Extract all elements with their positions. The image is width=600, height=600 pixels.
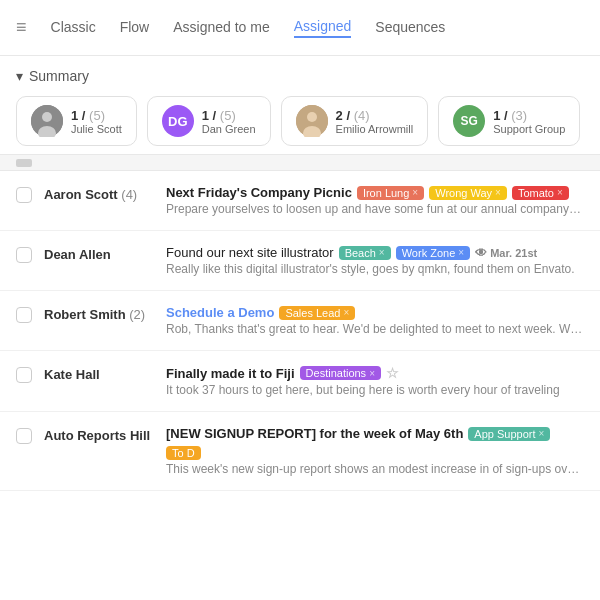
nav-assigned[interactable]: Assigned bbox=[294, 18, 352, 38]
row-content: Found our next site illustrator Beach× W… bbox=[166, 245, 584, 276]
tag-wrong-way[interactable]: Wrong Way× bbox=[429, 186, 507, 200]
summary-section: ▾ Summary 1 / (5) Julie Scott DG 1 / (5) bbox=[0, 56, 600, 155]
tag-app-support[interactable]: App Support× bbox=[468, 427, 550, 441]
card-count-support: 1 / (3) bbox=[493, 108, 565, 123]
tag-extra[interactable]: To D bbox=[166, 446, 201, 460]
tag-beach[interactable]: Beach× bbox=[339, 246, 391, 260]
card-name-support: Support Group bbox=[493, 123, 565, 135]
list-header-indicator bbox=[16, 159, 32, 167]
row-preview: It took 37 hours to get here, but being … bbox=[166, 383, 584, 397]
row-sender: Aaron Scott (4) bbox=[44, 185, 154, 202]
summary-header[interactable]: ▾ Summary bbox=[16, 68, 584, 84]
row-subject: Finally made it to Fiji Destinations× ☆ bbox=[166, 365, 584, 381]
date-badge: 👁 Mar. 21st bbox=[475, 246, 537, 260]
svg-point-4 bbox=[307, 112, 317, 122]
summary-card-dan[interactable]: DG 1 / (5) Dan Green bbox=[147, 96, 271, 146]
row-subject: Schedule a Demo Sales Lead× bbox=[166, 305, 584, 320]
row-count: (2) bbox=[129, 307, 145, 322]
card-count-emilio: 2 / (4) bbox=[336, 108, 414, 123]
row-preview: Really like this digital illustrator's s… bbox=[166, 262, 584, 276]
list-item[interactable]: Aaron Scott (4) Next Friday's Company Pi… bbox=[0, 171, 600, 231]
summary-card-julie[interactable]: 1 / (5) Julie Scott bbox=[16, 96, 137, 146]
nav-assigned-to-me[interactable]: Assigned to me bbox=[173, 19, 270, 37]
card-info-support: 1 / (3) Support Group bbox=[493, 108, 565, 135]
card-name-dan: Dan Green bbox=[202, 123, 256, 135]
list-item[interactable]: Auto Reports Hill [NEW SIGNUP REPORT] fo… bbox=[0, 412, 600, 491]
star-icon[interactable]: ☆ bbox=[386, 365, 399, 381]
avatar-dan: DG bbox=[162, 105, 194, 137]
row-sender: Dean Allen bbox=[44, 245, 154, 262]
summary-card-emilio[interactable]: 2 / (4) Emilio Arrowmill bbox=[281, 96, 429, 146]
nav-sequences[interactable]: Sequences bbox=[375, 19, 445, 37]
row-sender: Robert Smith (2) bbox=[44, 305, 154, 322]
tag-work-zone[interactable]: Work Zone× bbox=[396, 246, 470, 260]
card-count-julie: 1 / (5) bbox=[71, 108, 122, 123]
card-info-emilio: 2 / (4) Emilio Arrowmill bbox=[336, 108, 414, 135]
top-navigation: ≡ Classic Flow Assigned to me Assigned S… bbox=[0, 0, 600, 56]
card-name-emilio: Emilio Arrowmill bbox=[336, 123, 414, 135]
card-info-julie: 1 / (5) Julie Scott bbox=[71, 108, 122, 135]
row-checkbox[interactable] bbox=[16, 187, 32, 203]
summary-label: Summary bbox=[29, 68, 89, 84]
summary-card-support[interactable]: SG 1 / (3) Support Group bbox=[438, 96, 580, 146]
row-sender: Kate Hall bbox=[44, 365, 154, 382]
row-preview: Rob, Thanks that's great to hear. We'd b… bbox=[166, 322, 584, 336]
tag-tomato[interactable]: Tomato× bbox=[512, 186, 569, 200]
tag-destinations[interactable]: Destinations× bbox=[300, 366, 381, 380]
row-subject: [NEW SIGNUP REPORT] for the week of May … bbox=[166, 426, 584, 460]
row-preview: This week's new sign-up report shows an … bbox=[166, 462, 584, 476]
row-content: Schedule a Demo Sales Lead× Rob, Thanks … bbox=[166, 305, 584, 336]
row-checkbox[interactable] bbox=[16, 428, 32, 444]
email-list: Aaron Scott (4) Next Friday's Company Pi… bbox=[0, 171, 600, 600]
svg-point-1 bbox=[42, 112, 52, 122]
row-count: (4) bbox=[121, 187, 137, 202]
summary-cards: 1 / (5) Julie Scott DG 1 / (5) Dan Green bbox=[16, 96, 584, 146]
list-item[interactable]: Kate Hall Finally made it to Fiji Destin… bbox=[0, 351, 600, 412]
row-content: [NEW SIGNUP REPORT] for the week of May … bbox=[166, 426, 584, 476]
nav-classic[interactable]: Classic bbox=[51, 19, 96, 37]
row-subject: Found our next site illustrator Beach× W… bbox=[166, 245, 584, 260]
row-content: Finally made it to Fiji Destinations× ☆ … bbox=[166, 365, 584, 397]
card-info-dan: 1 / (5) Dan Green bbox=[202, 108, 256, 135]
row-content: Next Friday's Company Picnic Iron Lung× … bbox=[166, 185, 584, 216]
row-checkbox[interactable] bbox=[16, 367, 32, 383]
row-sender: Auto Reports Hill bbox=[44, 426, 154, 443]
nav-flow[interactable]: Flow bbox=[120, 19, 150, 37]
tag-sales-lead[interactable]: Sales Lead× bbox=[279, 306, 355, 320]
card-count-dan: 1 / (5) bbox=[202, 108, 256, 123]
avatar-julie bbox=[31, 105, 63, 137]
tag-iron-lung[interactable]: Iron Lung× bbox=[357, 186, 424, 200]
hamburger-icon[interactable]: ≡ bbox=[16, 17, 27, 38]
row-subject: Next Friday's Company Picnic Iron Lung× … bbox=[166, 185, 584, 200]
row-preview: Prepare yourselves to loosen up and have… bbox=[166, 202, 584, 216]
row-checkbox[interactable] bbox=[16, 307, 32, 323]
avatar-support: SG bbox=[453, 105, 485, 137]
list-item[interactable]: Dean Allen Found our next site illustrat… bbox=[0, 231, 600, 291]
list-header-bar bbox=[0, 155, 600, 171]
card-name-julie: Julie Scott bbox=[71, 123, 122, 135]
list-item[interactable]: Robert Smith (2) Schedule a Demo Sales L… bbox=[0, 291, 600, 351]
collapse-icon: ▾ bbox=[16, 68, 23, 84]
avatar-emilio bbox=[296, 105, 328, 137]
row-checkbox[interactable] bbox=[16, 247, 32, 263]
